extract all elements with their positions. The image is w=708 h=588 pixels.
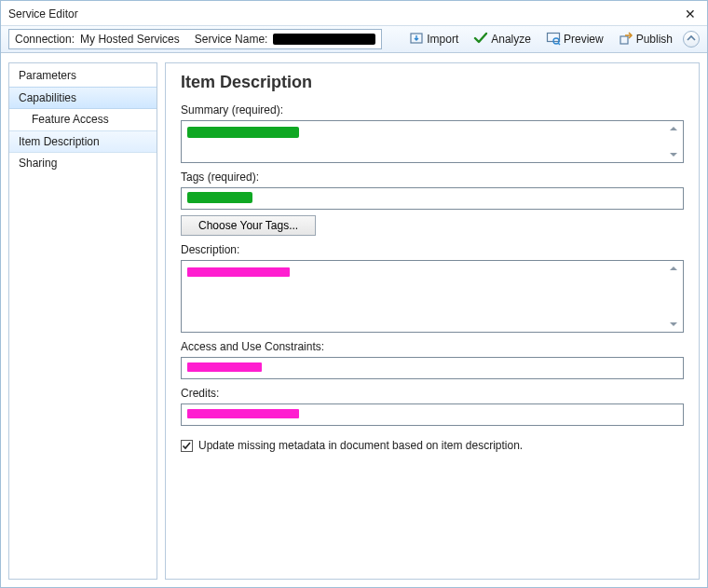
close-icon[interactable]: ✕ [681,7,700,21]
summary-input[interactable] [181,120,684,163]
sidebar-item-parameters[interactable]: Parameters [9,65,157,87]
service-name-redacted [273,34,375,45]
sidebar-item-sharing[interactable]: Sharing [9,153,157,174]
sidebar-item-capabilities[interactable]: Capabilities [9,87,157,109]
constraints-input[interactable] [181,357,684,379]
tags-label: Tags (required): [181,171,684,184]
tags-redacted [187,192,252,203]
chevron-up-icon [687,33,696,46]
sidebar-item-label: Capabilities [19,91,76,104]
connection-label: Connection: [15,33,75,46]
sidebar-item-label: Item Description [19,135,100,148]
sidebar-item-item-description[interactable]: Item Description [9,130,157,153]
body-area: Parameters Capabilities Feature Access I… [1,53,707,587]
service-editor-window: Service Editor ✕ Connection: My Hosted S… [0,0,708,588]
constraints-label: Access and Use Constraints: [181,340,684,353]
check-icon [473,31,488,48]
publish-icon [619,31,633,48]
summary-redacted [187,127,299,138]
tags-input[interactable] [181,187,684,210]
preview-button[interactable]: Preview [541,28,608,51]
titlebar: Service Editor ✕ [1,1,707,25]
import-label: Import [427,33,458,46]
summary-label: Summary (required): [181,103,684,116]
choose-tags-button[interactable]: Choose Your Tags... [181,215,316,236]
import-icon [409,31,424,48]
sidebar-item-feature-access[interactable]: Feature Access [9,109,157,130]
sidebar: Parameters Capabilities Feature Access I… [8,62,157,580]
analyze-button[interactable]: Analyze [469,28,536,51]
chevron-down-icon [668,319,679,330]
sidebar-item-label: Feature Access [32,113,109,126]
chevron-down-icon [668,149,679,160]
svg-rect-4 [620,36,628,44]
credits-label: Credits: [181,387,684,400]
chevron-up-icon [668,123,679,134]
update-metadata-checkbox[interactable] [181,440,193,452]
update-metadata-row: Update missing metadata in document base… [181,439,684,452]
scrollbar[interactable] [668,261,681,332]
description-input[interactable] [181,260,684,333]
service-name-label: Service Name: [195,33,268,46]
collapse-toggle[interactable] [683,31,700,48]
window-title: Service Editor [8,7,78,21]
sidebar-item-label: Parameters [19,69,76,82]
sidebar-item-label: Sharing [19,157,57,170]
toolbar: Connection: My Hosted Services Service N… [1,25,707,53]
description-label: Description: [181,243,684,256]
svg-line-3 [558,43,560,45]
connection-value: My Hosted Services [80,33,180,46]
chevron-up-icon [668,263,679,274]
import-button[interactable]: Import [404,28,463,51]
constraints-redacted [187,362,262,372]
publish-label: Publish [636,33,673,46]
preview-label: Preview [564,33,604,46]
analyze-label: Analyze [491,33,531,46]
credits-redacted [187,409,299,418]
scrollbar[interactable] [668,121,681,162]
check-icon [182,441,192,451]
description-redacted [187,267,290,277]
update-metadata-label: Update missing metadata in document base… [198,439,523,452]
credits-input[interactable] [181,403,684,426]
panel-heading: Item Description [181,73,684,92]
preview-icon [546,31,561,48]
main-panel: Item Description Summary (required): Tag… [165,62,700,580]
connection-service-box: Connection: My Hosted Services Service N… [8,29,382,49]
publish-button[interactable]: Publish [614,28,677,51]
